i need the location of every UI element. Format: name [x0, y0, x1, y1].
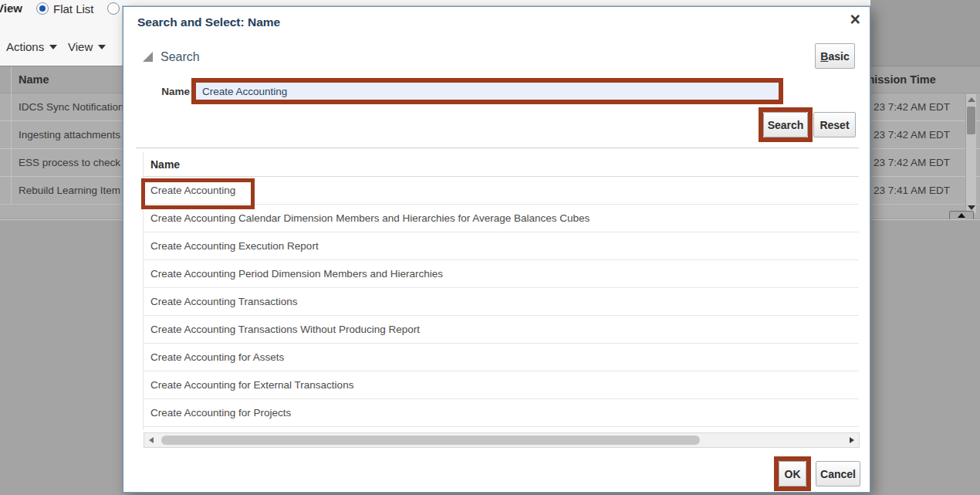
reset-button[interactable]: Reset [813, 112, 856, 137]
scroll-up-icon[interactable] [968, 97, 975, 102]
result-row[interactable]: Create Accounting for External Transacti… [144, 371, 859, 399]
basic-button[interactable]: Basic [815, 43, 855, 69]
process-name-cell: Rebuild Learning Item [19, 177, 120, 204]
flat-list-radio-icon[interactable] [36, 2, 49, 15]
vertical-scrollbar[interactable] [965, 94, 976, 213]
result-row[interactable]: Create Accounting for Projects [144, 399, 859, 427]
disclosure-expanded-icon[interactable] [143, 52, 153, 62]
submission-time-cell: 23 7:42 AM EDT [874, 121, 950, 148]
search-and-select-dialog: Search and Select: Name × Search Basic N… [123, 6, 870, 493]
name-search-input[interactable] [196, 83, 779, 100]
scrollbar-thumb[interactable] [967, 107, 975, 134]
actions-menu-label: Actions [6, 40, 44, 53]
cancel-button[interactable]: Cancel [816, 461, 860, 487]
close-icon[interactable]: × [850, 8, 860, 32]
results-name-header[interactable]: Name [144, 152, 180, 177]
second-view-radio-icon[interactable] [107, 2, 120, 15]
scroll-right-icon[interactable] [850, 437, 854, 443]
horizontal-scrollbar[interactable] [144, 432, 860, 448]
dialog-title: Search and Select: Name [137, 15, 280, 29]
result-row[interactable]: Create Accounting Transactions Without P… [144, 316, 859, 344]
submission-time-cell: 23 7:41 AM EDT [874, 177, 950, 204]
view-mode-label: View [0, 2, 22, 15]
view-menu[interactable]: View [68, 40, 106, 53]
actions-menu[interactable]: Actions [6, 40, 57, 53]
scroll-down-icon[interactable] [968, 205, 975, 210]
result-row[interactable]: Create Accounting [144, 177, 859, 205]
name-field-label: Name [153, 86, 190, 97]
result-row[interactable]: Create Accounting Execution Report [144, 232, 859, 260]
result-row[interactable]: Create Accounting Calendar Dimension Mem… [144, 205, 859, 232]
radio-selected-dot-icon [39, 5, 46, 12]
process-name-cell: Ingesting attachments [19, 121, 120, 148]
section-divider [136, 147, 859, 148]
basic-label-rest: asic [828, 50, 849, 63]
search-button[interactable]: Search [763, 112, 808, 137]
results-header-row: Name [144, 152, 859, 177]
name-column-header[interactable]: Name [19, 66, 49, 93]
annotation-highlight [191, 78, 783, 104]
splitter-collapse-icon [958, 213, 965, 218]
app-root: View Flat List Actions View Name Submiss… [0, 0, 980, 495]
submission-time-cell: 23 7:42 AM EDT [874, 93, 950, 120]
scrollbar-thumb[interactable] [161, 436, 700, 445]
chevron-down-icon [49, 45, 57, 49]
result-row[interactable]: Create Accounting for Assets [144, 344, 859, 371]
annotation-highlight: OK [774, 456, 811, 491]
search-section-label: Search [161, 50, 200, 64]
view-menu-label: View [68, 40, 93, 53]
result-row[interactable]: Create Accounting Period Dimension Membe… [144, 260, 859, 288]
ok-button[interactable]: OK [779, 461, 806, 487]
process-name-cell: IDCS Sync Notification [19, 93, 124, 120]
chevron-down-icon [98, 45, 106, 49]
basic-accesskey: B [820, 50, 828, 63]
submission-time-cell: 23 7:42 AM EDT [874, 149, 950, 176]
process-name-cell: ESS process to check [19, 149, 120, 176]
scroll-left-icon[interactable] [149, 437, 154, 443]
flat-list-radio-label: Flat List [53, 2, 94, 15]
result-row[interactable]: Create Accounting Transactions [144, 288, 859, 316]
annotation-highlight: Search [759, 107, 813, 142]
